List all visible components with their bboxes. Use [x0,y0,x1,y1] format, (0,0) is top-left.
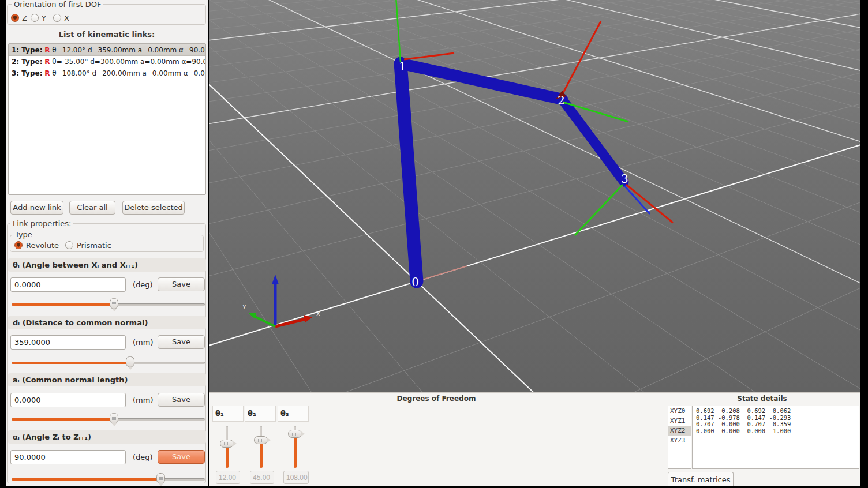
radio-type-prismatic-label: Prismatic [77,241,111,250]
dof-value-theta2[interactable] [250,471,274,484]
right-black-bar [860,0,868,488]
matrix-row-1: 0.692 0.208 0.692 0.062 [696,408,859,415]
3d-viewport[interactable]: x y 0 1 [209,0,860,392]
radio-orientation-y[interactable] [31,14,39,22]
transformation-matrix-box: 0.692 0.208 0.692 0.062 0.147 -0.978 0.1… [692,406,859,469]
d-slider-handle[interactable] [126,356,134,367]
dof-slider-theta1-handle[interactable] [220,440,234,448]
d-unit-label: (mm) [133,335,159,350]
3d-scene: x y 0 1 [209,0,860,392]
orientation-group-title: Orientation of first DOF [12,0,103,9]
a-save-button[interactable]: Save [158,393,205,407]
alpha-unit-label: (deg) [133,450,159,464]
clear-all-button[interactable]: Clear all [69,201,115,215]
joint-label-0: 0 [411,275,419,289]
3d-grid [209,0,860,392]
bottom-panel: Degrees of Freedom State details θ₁ θ₂ θ… [209,392,860,486]
link-row-1-prefix: 1: Type: [12,46,42,54]
link-row-1-type: R [44,46,50,54]
a-slider-fill [12,418,114,421]
d-input[interactable] [10,335,126,350]
world-frame: x y [242,266,467,326]
radio-orientation-z-label: Z [22,14,27,22]
alpha-section-header: αᵢ (Angle Zᵢ to Zᵢ₊₁) [8,430,206,444]
link-row-3-params: θ=108.00° d=200.00mm a=0.00mm α=0.00° [52,69,206,77]
theta-save-button[interactable]: Save [158,277,205,291]
radio-orientation-x-label: X [64,14,69,22]
delete-selected-button[interactable]: Delete selected [122,201,185,215]
radio-orientation-z[interactable] [11,14,19,22]
matrix-row-3: 0.707 -0.000 -0.707 0.359 [696,421,859,428]
state-frame-xyz0[interactable]: XYZ0 [668,406,691,416]
joint1-x-axis [404,53,454,59]
dof-slider-theta3-handle[interactable] [288,430,302,438]
dof-slider-theta2-handle[interactable] [254,436,268,444]
link-row-3[interactable]: 3: Type: R θ=108.00° d=200.00mm a=0.00mm… [9,67,205,79]
theta-unit-label: (deg) [133,277,159,292]
joint-label-1: 1 [399,59,406,73]
link-row-2-prefix: 2: Type: [12,58,42,66]
robot-link-1 [401,63,417,281]
world-z-arrowhead [272,275,279,284]
dof-header-theta2: θ₂ [245,406,276,422]
alpha-input[interactable] [10,450,126,464]
d-save-button[interactable]: Save [158,335,205,349]
robot-link-2 [401,63,562,99]
joint-label-2: 2 [558,93,565,107]
joint-label-3: 3 [621,172,628,186]
radio-type-prismatic[interactable] [65,241,73,249]
dof-slider-theta3-fill [294,434,297,468]
dof-value-theta3[interactable] [283,471,309,484]
link-row-3-prefix: 3: Type: [12,69,42,77]
world-x-label: x [316,310,320,317]
sidebar: Orientation of first DOF Z Y X List of k… [6,0,208,486]
link-row-1[interactable]: 1: Type: R θ=12.00° d=359.00mm a=0.00mm … [9,44,205,56]
dof-slider-theta2-fill [260,440,263,468]
a-slider[interactable] [12,413,205,426]
radio-type-revolute[interactable] [14,241,23,249]
joint-frames [396,0,673,235]
world-y-arrowhead [249,313,256,319]
radio-orientation-x[interactable] [53,14,61,22]
alpha-slider[interactable] [12,473,205,486]
link-row-3-type: R [44,69,50,77]
d-section-header: dᵢ (Distance to common normal) [8,316,206,329]
robot-arm [401,63,624,281]
theta-input[interactable] [10,277,126,292]
dof-header-theta1: θ₁ [212,406,244,422]
alpha-slider-handle[interactable] [156,473,165,484]
joint3-y-axis [575,185,623,235]
frame0-x-axis [418,266,467,281]
kinematic-links-list: 1: Type: R θ=12.00° d=359.00mm a=0.00mm … [8,43,206,195]
app-window: Orientation of first DOF Z Y X List of k… [0,0,868,488]
a-section-header: aᵢ (Common normal length) [8,373,206,386]
transf-matrices-tab[interactable]: Transf. matrices [668,472,734,487]
alpha-save-button[interactable]: Save [158,450,205,464]
d-slider-fill [12,362,130,364]
theta-section-header: θᵢ (Angle between Xᵢ and Xᵢ₊₁) [8,258,206,272]
alpha-slider-fill [12,478,160,481]
d-slider[interactable] [12,356,205,369]
matrix-row-4: 0.000 0.000 0.000 1.000 [696,428,859,435]
world-y-axis [255,317,275,326]
type-group-title: Type [13,230,35,239]
radio-type-revolute-label: Revolute [26,241,59,250]
state-frame-xyz3[interactable]: XYZ3 [668,436,691,445]
world-x-arrowhead [304,315,312,322]
joint1-z-axis [396,0,401,62]
link-properties-title: Link properties: [10,219,73,228]
a-slider-handle[interactable] [110,413,118,424]
dof-header-theta3: θ₃ [278,406,309,422]
state-frame-xyz2[interactable]: XYZ2 [668,426,691,436]
world-y-label: y [242,302,246,310]
a-input[interactable] [10,393,126,407]
theta-slider-handle[interactable] [110,298,118,309]
state-frame-xyz1[interactable]: XYZ1 [668,416,691,426]
theta-slider[interactable] [12,298,205,311]
add-new-link-button[interactable]: Add new link [10,201,63,215]
state-panel-title: State details [664,395,860,403]
radio-orientation-y-label: Y [42,14,46,22]
links-list-title: List of kinematic links: [6,30,208,39]
link-row-2[interactable]: 2: Type: R θ=-35.00° d=300.00mm a=0.00mm… [9,56,205,67]
dof-value-theta1[interactable] [216,471,240,484]
